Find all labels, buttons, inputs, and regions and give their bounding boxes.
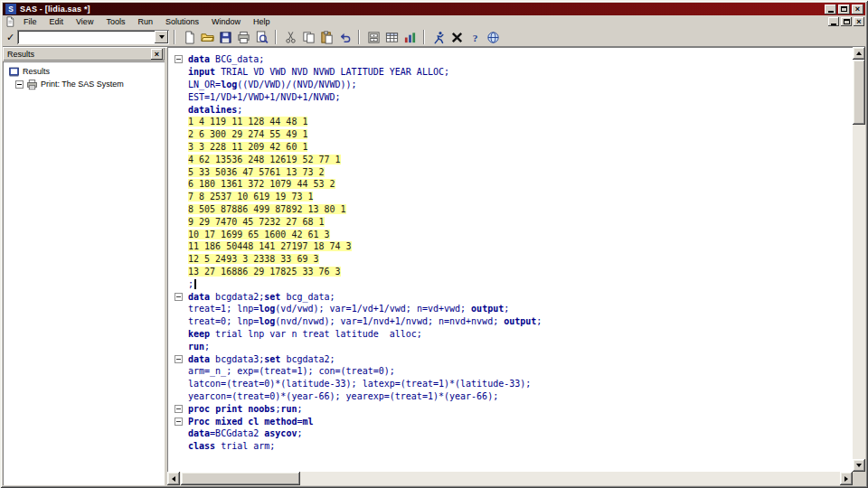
- cut-button[interactable]: [281, 29, 299, 45]
- paste-button[interactable]: [317, 29, 335, 45]
- code-line[interactable]: ;: [168, 277, 853, 290]
- print-preview-button[interactable]: [252, 29, 270, 45]
- code-line[interactable]: run;: [168, 340, 853, 352]
- command-dropdown-button[interactable]: [155, 31, 168, 43]
- menu-tools[interactable]: Tools: [99, 16, 131, 27]
- code-line[interactable]: 2 6 300 29 274 55 49 1: [168, 128, 853, 141]
- code-line[interactable]: LN_OR=log((VD/VWD)/(NVD/NVWD));: [168, 79, 853, 91]
- code-line[interactable]: proc print noobs;run;: [168, 402, 853, 415]
- results-panel-header[interactable]: Results ×: [3, 47, 165, 61]
- vertical-scrollbar[interactable]: [853, 47, 865, 472]
- code-line[interactable]: 10 17 1699 65 1600 42 61 3: [168, 228, 853, 240]
- command-check-icon[interactable]: ✓: [6, 32, 14, 43]
- menu-help[interactable]: Help: [247, 16, 277, 27]
- code-line[interactable]: data bcgdata3;set bcgdata2;: [168, 352, 853, 365]
- code-line[interactable]: 3 3 228 11 209 42 60 1: [168, 141, 853, 154]
- code-line[interactable]: data BCG_data;: [168, 53, 853, 66]
- menu-edit[interactable]: Edit: [43, 16, 71, 27]
- tree-item[interactable]: Print: The SAS System: [5, 78, 163, 90]
- graphics-button[interactable]: [401, 29, 419, 45]
- code-line[interactable]: data=BCGdata2 asycov;: [168, 427, 853, 440]
- scroll-up-button[interactable]: [853, 47, 865, 60]
- scroll-left-button[interactable]: [167, 472, 180, 485]
- document-icon[interactable]: [5, 16, 15, 27]
- horizontal-scrollbar[interactable]: [167, 472, 853, 485]
- fold-gutter[interactable]: [168, 293, 188, 301]
- new-library-button[interactable]: [364, 29, 382, 45]
- code-line[interactable]: EST=1/VD+1/VWD+1/NVD+1/NVWD;: [168, 90, 853, 103]
- code-editor[interactable]: data BCG_data;input TRIAL VD VWD NVD NVW…: [167, 47, 853, 472]
- table-editor-button[interactable]: [382, 29, 401, 45]
- command-bar[interactable]: [17, 30, 169, 44]
- copy-button[interactable]: [299, 29, 317, 45]
- fold-gutter[interactable]: [168, 405, 188, 413]
- save-button[interactable]: [216, 29, 234, 45]
- vertical-scroll-thumb[interactable]: [853, 60, 865, 125]
- menu-run[interactable]: Run: [131, 16, 159, 27]
- menu-file[interactable]: File: [17, 16, 43, 27]
- title-bar[interactable]: S SAS - [lidia.sas *] ×: [3, 3, 865, 15]
- child-minimize-button[interactable]: [828, 17, 839, 26]
- code-line[interactable]: 4 62 13536 248 12619 52 77 1: [168, 153, 853, 165]
- results-close-button[interactable]: ×: [151, 49, 163, 60]
- help-button[interactable]: ?: [466, 29, 484, 45]
- command-input[interactable]: [17, 32, 155, 42]
- submit-run-button[interactable]: [429, 29, 448, 45]
- sas-logo-icon[interactable]: S: [5, 4, 16, 14]
- code-text: Proc mixed cl method=ml: [188, 417, 314, 427]
- code-line[interactable]: arm=_n_; exp=(treat=1); con=(treat=0);: [168, 365, 853, 378]
- close-button[interactable]: ×: [852, 5, 863, 14]
- svg-text:S: S: [8, 5, 14, 14]
- new-document-button[interactable]: [180, 29, 198, 45]
- code-line[interactable]: 7 8 2537 10 619 19 73 1: [168, 191, 853, 203]
- code-line[interactable]: 9 29 7470 45 7232 27 68 1: [168, 215, 853, 228]
- child-restore-button[interactable]: [841, 17, 852, 26]
- code-line[interactable]: data bcgdata2;set bcg_data;: [168, 290, 853, 303]
- code-line[interactable]: Proc mixed cl method=ml: [168, 415, 853, 427]
- fold-minus-icon[interactable]: [175, 355, 183, 363]
- fold-minus-icon[interactable]: [175, 418, 183, 426]
- online-docs-button[interactable]: [484, 29, 502, 45]
- code-line[interactable]: treat=0; lnp=log(nvd/nvwd); var=1/nvd+1/…: [168, 315, 853, 328]
- maximize-button[interactable]: [838, 5, 850, 14]
- fold-gutter[interactable]: [168, 355, 188, 363]
- undo-button[interactable]: [335, 29, 354, 45]
- code-line[interactable]: keep trial lnp var n treat latitude allo…: [168, 328, 853, 341]
- print-button[interactable]: [234, 29, 252, 45]
- code-line[interactable]: datalines;: [168, 103, 853, 116]
- arrow-down-icon: [856, 464, 862, 467]
- minimize-button[interactable]: [825, 5, 836, 14]
- child-close-button[interactable]: ×: [854, 17, 864, 26]
- open-folder-button[interactable]: [198, 29, 216, 45]
- tree-item[interactable]: Results: [5, 65, 163, 78]
- collapse-minus-icon[interactable]: [15, 80, 24, 89]
- code-line[interactable]: latcon=(treat=0)*(latitude-33); latexp=(…: [168, 378, 853, 390]
- code-line[interactable]: 5 33 5036 47 5761 13 73 2: [168, 165, 853, 178]
- horizontal-scroll-thumb[interactable]: [181, 472, 300, 485]
- menu-window[interactable]: Window: [205, 16, 247, 27]
- menu-solutions[interactable]: Solutions: [159, 16, 205, 27]
- code-line[interactable]: yearcon=(treat=0)*(year-66); yearexp=(tr…: [168, 390, 853, 403]
- mdi-child-controls: ×: [828, 17, 864, 26]
- scrollbar-corner: [853, 472, 865, 485]
- menu-items: FileEditViewToolsRunSolutionsWindowHelp: [17, 16, 276, 27]
- fold-minus-icon[interactable]: [175, 405, 183, 413]
- fold-gutter[interactable]: [168, 55, 188, 63]
- code-line[interactable]: input TRIAL VD VWD NVD NVWD LATITUDE YEA…: [168, 66, 853, 79]
- code-line[interactable]: 12 5 2493 3 2338 33 69 3: [168, 253, 853, 266]
- scroll-right-button[interactable]: [840, 472, 853, 485]
- fold-minus-icon[interactable]: [175, 293, 183, 301]
- menu-view[interactable]: View: [70, 16, 99, 27]
- code-line[interactable]: 6 180 1361 372 1079 44 53 2: [168, 178, 853, 191]
- fold-gutter[interactable]: [168, 418, 188, 426]
- code-line[interactable]: 1 4 119 11 128 44 48 1: [168, 116, 853, 128]
- code-text: arm=_n_; exp=(treat=1); con=(treat=0);: [188, 366, 395, 376]
- code-line[interactable]: treat=1; lnp=log(vd/vwd); var=1/vd+1/vwd…: [168, 303, 853, 315]
- code-line[interactable]: 8 505 87886 499 87892 13 80 1: [168, 203, 853, 216]
- code-line[interactable]: 11 186 50448 141 27197 18 74 3: [168, 240, 853, 253]
- fold-minus-icon[interactable]: [175, 55, 183, 63]
- scroll-down-button[interactable]: [853, 459, 865, 472]
- break-button[interactable]: [448, 29, 466, 45]
- code-line[interactable]: 13 27 16886 29 17825 33 76 3: [168, 266, 853, 278]
- code-line[interactable]: class trial arm;: [168, 440, 853, 453]
